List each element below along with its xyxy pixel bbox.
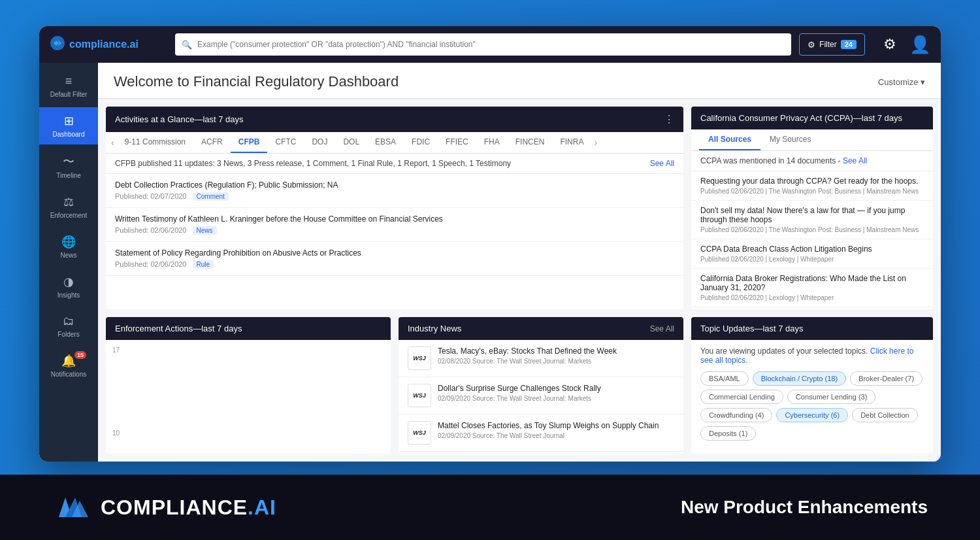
news-meta-2: 02/09/2020 Source: The Wall Street Journ… xyxy=(438,432,659,439)
activity-item-2[interactable]: Statement of Policy Regarding Prohibitio… xyxy=(106,242,683,276)
news-content-1: Dollar's Surprise Surge Challenges Stock… xyxy=(438,384,601,402)
activities-see-all-link[interactable]: See All xyxy=(650,159,674,168)
topic-chip-debt-collection[interactable]: Debt Collection xyxy=(852,408,918,422)
agency-next-button[interactable]: › xyxy=(591,133,600,152)
topics-intro: You are viewing updates of your selected… xyxy=(700,346,924,365)
sources-tab-my[interactable]: My Sources xyxy=(760,129,820,150)
sidebar-item-insights[interactable]: ◑ Insights xyxy=(39,268,98,305)
sidebar-label-timeline: Timeline xyxy=(56,172,80,179)
brand-logo-icon xyxy=(52,491,91,524)
activity-item-2-meta: Published: 02/06/2020 Rule xyxy=(115,260,674,269)
dashboard-body: Activities at a Glance—last 7 days ⋮ ‹ 9… xyxy=(98,99,941,462)
news-item-2[interactable]: WSJ Mattel Closes Factories, as Toy Slum… xyxy=(399,414,683,452)
ccpa-panel-header: California Consumer Privacy Act (CCPA)—l… xyxy=(691,107,933,129)
search-bar[interactable]: 🔍 xyxy=(175,33,791,56)
brand-tagline: New Product Enhancements xyxy=(681,497,928,518)
agency-tab-cfpb[interactable]: CFPB xyxy=(231,132,268,153)
agency-tab-ffiec[interactable]: FFIEC xyxy=(438,132,476,153)
search-icon: 🔍 xyxy=(182,40,192,50)
activity-item-1[interactable]: Written Testimony of Kathleen L. Kraning… xyxy=(106,208,683,242)
chart-bars xyxy=(125,346,384,447)
industry-news-see-all[interactable]: See All xyxy=(650,324,674,333)
bottom-panels: Enforcement Actions—last 7 days 17 10 xyxy=(106,317,683,454)
industry-news-panel: Industry News See All WSJ Tesla, Macy's,… xyxy=(399,317,683,454)
topic-chip-blockchain[interactable]: Blockchain / Crypto (18) xyxy=(753,371,846,386)
topic-chip-consumer-lending[interactable]: Consumer Lending (3) xyxy=(787,390,875,404)
sources-tabs: All Sources My Sources xyxy=(691,129,933,151)
sidebar-item-enforcement[interactable]: ⚖ Enforcement xyxy=(39,188,98,226)
enforcement-title: Enforcement Actions—last 7 days xyxy=(115,324,242,333)
news-content-2: Mattel Closes Factories, as Toy Slump We… xyxy=(438,421,659,439)
main-area: ≡ Default Filter ⊞ Dashboard 〜 Timeline … xyxy=(39,63,941,462)
activity-item-0[interactable]: Debt Collection Practices (Regulation F)… xyxy=(106,174,683,208)
news-title-2: Mattel Closes Factories, as Toy Slump We… xyxy=(438,421,659,430)
search-input[interactable] xyxy=(197,40,785,49)
topics-content: You are viewing updates of your selected… xyxy=(691,340,933,447)
topic-chip-cybersecurity[interactable]: Cybersecurity (6) xyxy=(776,408,848,422)
topic-updates-header: Topic Updates—last 7 days xyxy=(691,317,933,340)
activity-item-0-meta: Published: 02/07/2020 Comment xyxy=(115,192,674,201)
activity-item-1-meta: Published: 02/06/2020 News xyxy=(115,226,674,235)
sidebar-item-timeline[interactable]: 〜 Timeline xyxy=(39,147,98,186)
agency-tab-9-11[interactable]: 9-11 Commission xyxy=(117,132,193,153)
activity-summary: CFPB published 11 updates: 3 News, 3 Pre… xyxy=(106,154,683,174)
agency-tab-ebsa[interactable]: EBSA xyxy=(367,132,404,153)
dashboard-content: Welcome to Financial Regulatory Dashboar… xyxy=(98,63,941,462)
sidebar-item-news[interactable]: 🌐 News xyxy=(39,228,98,265)
sidebar-label-insights: Insights xyxy=(57,292,80,299)
activities-panel: Activities at a Glance—last 7 days ⋮ ‹ 9… xyxy=(106,107,683,309)
ccpa-article-0[interactable]: Requesting your data through CCPA? Get r… xyxy=(691,171,933,201)
news-item-1[interactable]: WSJ Dollar's Surprise Surge Challenges S… xyxy=(399,377,683,414)
topics-chips: BSA/AML Blockchain / Crypto (18) Broker-… xyxy=(700,371,924,441)
top-bar: compliance.ai 🔍 ⚙ Filter 24 ⚙ 👤 xyxy=(39,26,941,63)
y-label-17: 17 xyxy=(112,346,120,354)
topic-chip-deposits[interactable]: Deposits (1) xyxy=(700,426,756,441)
logo-area: compliance.ai xyxy=(50,36,167,54)
sources-tab-all[interactable]: All Sources xyxy=(699,129,760,150)
user-profile-icon[interactable]: 👤 xyxy=(909,35,930,55)
timeline-icon: 〜 xyxy=(63,154,74,169)
agency-tab-finra[interactable]: FINRA xyxy=(552,132,591,153)
agency-tab-cftc[interactable]: CFTC xyxy=(267,132,304,153)
news-icon: 🌐 xyxy=(61,235,76,249)
enforcement-panel-header: Enforcement Actions—last 7 days xyxy=(106,317,391,340)
ccpa-article-3[interactable]: California Data Broker Registrations: Wh… xyxy=(691,269,933,307)
agency-tab-fincen[interactable]: FINCEN xyxy=(508,132,553,153)
activity-summary-text: CFPB published 11 updates: 3 News, 3 Pre… xyxy=(115,159,511,168)
topic-chip-bsa-aml[interactable]: BSA/AML xyxy=(700,371,749,386)
agency-tab-acfr[interactable]: ACFR xyxy=(193,132,231,153)
wsj-logo-1: WSJ xyxy=(408,384,431,407)
sidebar-label-default-filter: Default Filter xyxy=(50,91,88,98)
agency-tab-fha[interactable]: FHA xyxy=(476,132,508,153)
ccpa-article-1[interactable]: Don't sell my data! Now there's a law fo… xyxy=(691,201,933,239)
sidebar-label-enforcement: Enforcement xyxy=(50,212,88,219)
activities-more-icon[interactable]: ⋮ xyxy=(664,113,674,126)
insights-icon: ◑ xyxy=(63,275,74,289)
topic-chip-crowdfunding[interactable]: Crowdfunding (4) xyxy=(700,408,772,422)
news-title-1: Dollar's Surprise Surge Challenges Stock… xyxy=(438,384,601,393)
logo-icon xyxy=(50,36,65,54)
enforcement-panel: Enforcement Actions—last 7 days 17 10 xyxy=(106,317,391,454)
user-avatar-icon[interactable]: ⚙ xyxy=(883,36,896,53)
ccpa-article-2[interactable]: CCPA Data Breach Class Action Litigation… xyxy=(691,239,933,269)
agency-tab-fdic[interactable]: FDIC xyxy=(404,132,438,153)
ccpa-see-all[interactable]: See All xyxy=(843,156,867,165)
filter-button[interactable]: ⚙ Filter 24 xyxy=(799,33,865,56)
activities-panel-header: Activities at a Glance—last 7 days ⋮ xyxy=(106,107,683,132)
chart-y-labels: 17 10 xyxy=(112,346,120,447)
topic-chip-broker-dealer[interactable]: Broker-Dealer (7) xyxy=(850,371,923,386)
branding-bar: COMPLIANCE.AI New Product Enhancements xyxy=(0,475,980,540)
sidebar: ≡ Default Filter ⊞ Dashboard 〜 Timeline … xyxy=(39,63,98,462)
topic-chip-commercial-lending[interactable]: Commercial Lending xyxy=(700,390,783,404)
customize-button[interactable]: Customize ▾ xyxy=(878,77,925,87)
sidebar-item-notifications[interactable]: 🔔 15 Notifications xyxy=(39,347,98,384)
agency-prev-button[interactable]: ‹ xyxy=(108,133,117,152)
sidebar-item-default-filter[interactable]: ≡ Default Filter xyxy=(39,68,98,105)
sidebar-item-dashboard[interactable]: ⊞ Dashboard xyxy=(39,107,98,144)
news-item-0[interactable]: WSJ Tesla, Macy's, eBay: Stocks That Def… xyxy=(399,340,683,377)
sidebar-item-folders[interactable]: 🗂 Folders xyxy=(39,308,98,345)
sidebar-label-dashboard: Dashboard xyxy=(53,131,85,138)
sidebar-label-notifications: Notifications xyxy=(51,371,86,378)
agency-tab-doj[interactable]: DOJ xyxy=(304,132,335,153)
agency-tab-dol[interactable]: DOL xyxy=(335,132,367,153)
